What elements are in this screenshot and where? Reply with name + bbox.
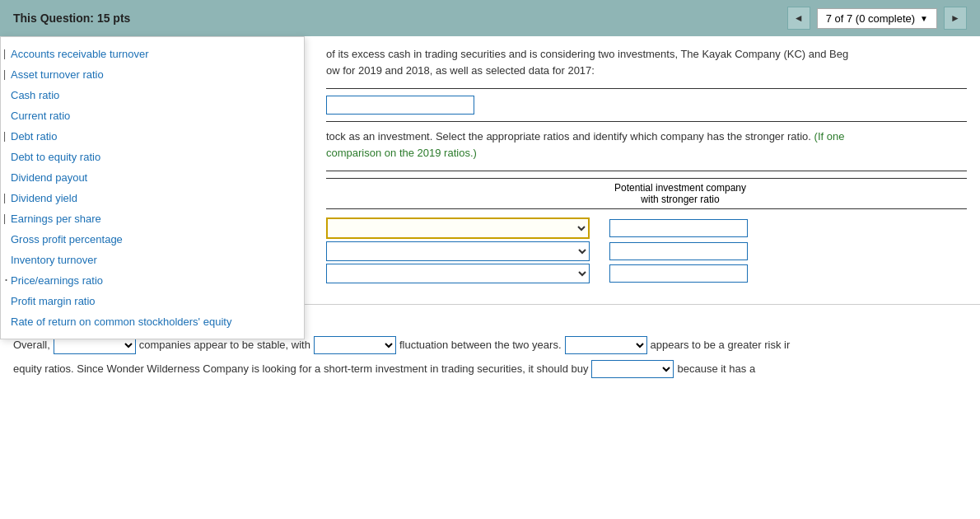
table-row: Accounts receivable turnover Asset turno… [326, 241, 967, 261]
dropdown-item-debt-equity[interactable]: Debt to equity ratio [1, 147, 304, 167]
ratio-table: Accounts receivable turnover Asset turno… [326, 217, 967, 283]
right-panel: of its excess cash in trading securities… [313, 46, 980, 286]
ratio-input-2[interactable] [609, 242, 748, 260]
ratio-select-2[interactable]: Accounts receivable turnover Asset turno… [326, 241, 590, 261]
nav-label-text: 7 of 7 (0 complete) [826, 12, 915, 25]
ratio-select-1[interactable]: Accounts receivable turnover Asset turno… [326, 217, 590, 239]
dropdown-item-asset-turnover[interactable]: Asset turnover ratio [1, 64, 304, 85]
content-area: Accounts receivable turnover Asset turno… [0, 36, 980, 296]
prev-nav-button[interactable]: ◄ [787, 7, 810, 30]
table-row: Accounts receivable turnover Asset turno… [326, 264, 967, 283]
ratio-input-cell-2 [609, 242, 758, 260]
nav-dropdown-arrow: ▼ [920, 14, 928, 23]
col-header-invest-text: with stronger ratio [609, 194, 751, 205]
dropdown-item-debt-ratio[interactable]: Debt ratio [1, 126, 304, 147]
buy-select[interactable]: KC stock Beg stock [591, 360, 674, 378]
instruction-paragraph: tock as an investment. Select the approp… [326, 129, 967, 161]
divider-1 [326, 88, 967, 89]
table-column-headers: Potential investment company with strong… [326, 178, 967, 209]
intro-text-1: of its excess cash in trading securities… [326, 48, 848, 60]
dropdown-item-cash-ratio[interactable]: Cash ratio [1, 85, 304, 105]
ratio-col-label [326, 180, 606, 207]
dropdown-item-return-equity[interactable]: Rate of return on common stockholders' e… [1, 311, 304, 332]
header-bar: This Question: 15 pts ◄ 7 of 7 (0 comple… [0, 0, 980, 36]
fluctuation-select[interactable]: low moderate high [314, 336, 396, 354]
conclusion-suffix-1: appears to be a greater risk ir [651, 335, 791, 354]
question-text: This Question: [13, 12, 94, 25]
ratio-select-3[interactable]: Accounts receivable turnover Asset turno… [326, 264, 590, 283]
ratio-input-cell-3 [609, 264, 758, 283]
risk-select[interactable]: KC Beg Neither [565, 336, 647, 354]
dropdown-item-profit-margin[interactable]: Profit margin ratio [1, 291, 304, 311]
conclusion-suffix-2: because it has a [677, 359, 755, 378]
conclusion-prefix-2: equity ratios. Since Wonder Wilderness C… [13, 359, 588, 378]
dropdown-item-price-earnings[interactable]: Price/earnings ratio [1, 270, 304, 291]
divider-3 [326, 171, 967, 171]
top-input-field[interactable] [326, 96, 474, 115]
table-row: Accounts receivable turnover Asset turno… [326, 217, 967, 239]
points-text: 15 pts [97, 12, 130, 25]
dropdown-item-gross-profit[interactable]: Gross profit percentage [1, 229, 304, 250]
ratio-dropdown-list: Accounts receivable turnover Asset turno… [0, 36, 305, 339]
dropdown-item-current-ratio[interactable]: Current ratio [1, 105, 304, 126]
dropdown-item-earnings-per-share[interactable]: Earnings per share [1, 208, 304, 229]
header-nav: ◄ 7 of 7 (0 complete) ▼ ► [787, 7, 967, 30]
col-header-ratio-text: Potential investment company [609, 182, 751, 194]
conclusion-line-2: equity ratios. Since Wonder Wilderness C… [13, 359, 967, 378]
next-nav-button[interactable]: ► [944, 7, 967, 30]
ratio-select-cell-2: Accounts receivable turnover Asset turno… [326, 241, 606, 261]
ratio-input-cell-1 [609, 219, 758, 237]
ratio-select-cell-3: Accounts receivable turnover Asset turno… [326, 264, 606, 283]
ratio-select-cell-1: Accounts receivable turnover Asset turno… [326, 217, 606, 239]
ratio-input-3[interactable] [609, 264, 748, 283]
conclusion-mid2: fluctuation between the two years. [399, 335, 562, 354]
divider-2 [326, 121, 967, 122]
dropdown-item-inventory-turnover[interactable]: Inventory turnover [1, 250, 304, 270]
dropdown-item-accounts-receivable[interactable]: Accounts receivable turnover [1, 44, 304, 64]
instruction-text-1: tock as an investment. Select the approp… [326, 130, 814, 143]
invest-col-label: Potential investment company with strong… [606, 180, 754, 207]
dropdown-item-dividend-yield[interactable]: Dividend yield [1, 188, 304, 208]
question-label: This Question: 15 pts [13, 12, 130, 25]
nav-progress[interactable]: 7 of 7 (0 complete) ▼ [817, 8, 937, 29]
instruction-text-green: (If one [814, 130, 845, 143]
ratio-input-1[interactable] [609, 219, 748, 237]
intro-paragraph: of its excess cash in trading securities… [326, 46, 967, 78]
instruction-text-green-2: comparison on the 2019 ratios.) [326, 147, 477, 159]
intro-text-2: ow for 2019 and 2018, as well as selecte… [326, 64, 595, 77]
dropdown-item-dividend-payout[interactable]: Dividend payout [1, 167, 304, 188]
